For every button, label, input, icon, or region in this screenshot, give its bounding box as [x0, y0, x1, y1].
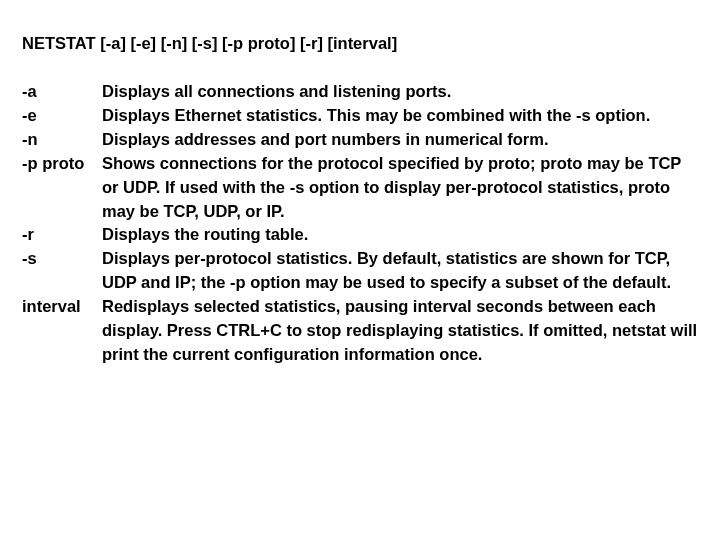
option-row: interval Redisplays selected statistics,… [22, 295, 698, 367]
option-desc: Displays Ethernet statistics. This may b… [102, 104, 698, 128]
option-flag: interval [22, 295, 102, 319]
option-row: -r Displays the routing table. [22, 223, 698, 247]
option-row: -p proto Shows connections for the proto… [22, 152, 698, 224]
option-desc: Shows connections for the protocol speci… [102, 152, 698, 224]
option-row: -s Displays per-protocol statistics. By … [22, 247, 698, 295]
option-desc: Redisplays selected statistics, pausing … [102, 295, 698, 367]
option-row: -n Displays addresses and port numbers i… [22, 128, 698, 152]
option-flag: -a [22, 80, 102, 104]
option-desc: Displays per-protocol statistics. By def… [102, 247, 698, 295]
option-flag: -e [22, 104, 102, 128]
option-row: -e Displays Ethernet statistics. This ma… [22, 104, 698, 128]
option-desc: Displays all connections and listening p… [102, 80, 698, 104]
usage-line: NETSTAT [-a] [-e] [-n] [-s] [-p proto] [… [22, 32, 698, 56]
options-list: -a Displays all connections and listenin… [22, 80, 698, 367]
option-row: -a Displays all connections and listenin… [22, 80, 698, 104]
option-flag: -r [22, 223, 102, 247]
option-flag: -n [22, 128, 102, 152]
netstat-help-doc: NETSTAT [-a] [-e] [-n] [-s] [-p proto] [… [0, 0, 720, 389]
option-desc: Displays the routing table. [102, 223, 698, 247]
option-flag: -s [22, 247, 102, 271]
option-flag: -p proto [22, 152, 102, 176]
option-desc: Displays addresses and port numbers in n… [102, 128, 698, 152]
